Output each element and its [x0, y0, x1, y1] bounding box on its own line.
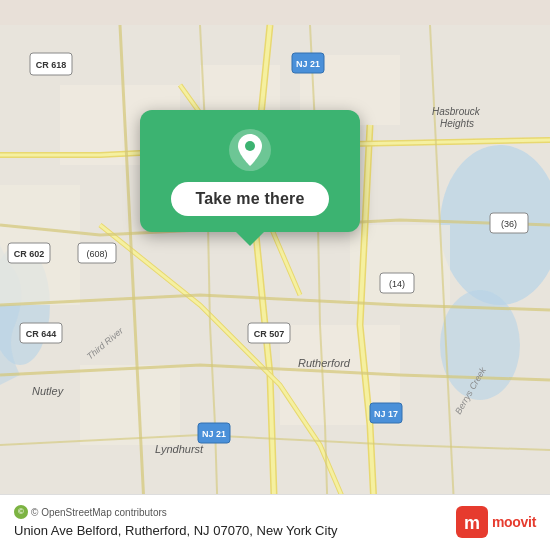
moovit-logo: m moovit [456, 506, 536, 538]
svg-text:Lyndhurst: Lyndhurst [155, 443, 204, 455]
svg-text:Heights: Heights [440, 118, 474, 129]
svg-text:CR 644: CR 644 [26, 329, 57, 339]
osm-credit: © © OpenStreetMap contributors [14, 505, 338, 519]
take-me-there-button[interactable]: Take me there [171, 182, 328, 216]
moovit-label: moovit [492, 514, 536, 530]
svg-text:Hasbrouck: Hasbrouck [432, 106, 481, 117]
svg-text:NJ 21: NJ 21 [202, 429, 226, 439]
svg-point-41 [245, 141, 255, 151]
bottom-bar: © © OpenStreetMap contributors Union Ave… [0, 494, 550, 550]
osm-logo: © [14, 505, 28, 519]
moovit-icon: m [456, 506, 488, 538]
osm-credit-text: © OpenStreetMap contributors [31, 507, 167, 518]
address-text: Union Ave Belford, Rutherford, NJ 07070,… [14, 523, 338, 538]
svg-text:m: m [464, 513, 480, 533]
svg-text:CR 618: CR 618 [36, 60, 67, 70]
svg-rect-9 [80, 365, 180, 445]
svg-text:CR 602: CR 602 [14, 249, 45, 259]
location-pin-icon [228, 128, 272, 172]
svg-text:(608): (608) [86, 249, 107, 259]
svg-text:Nutley: Nutley [32, 385, 65, 397]
svg-text:NJ 17: NJ 17 [374, 409, 398, 419]
location-popup: Take me there [140, 110, 360, 232]
svg-text:CR 507: CR 507 [254, 329, 285, 339]
svg-text:NJ 21: NJ 21 [296, 59, 320, 69]
bottom-bar-info: © © OpenStreetMap contributors Union Ave… [14, 505, 338, 538]
map-background: CR 618 NJ 21 CR 602 (608) CR 644 CR 507 … [0, 0, 550, 550]
svg-text:Rutherford: Rutherford [298, 357, 351, 369]
svg-text:(36): (36) [501, 219, 517, 229]
svg-text:(14): (14) [389, 279, 405, 289]
map-container: CR 618 NJ 21 CR 602 (608) CR 644 CR 507 … [0, 0, 550, 550]
